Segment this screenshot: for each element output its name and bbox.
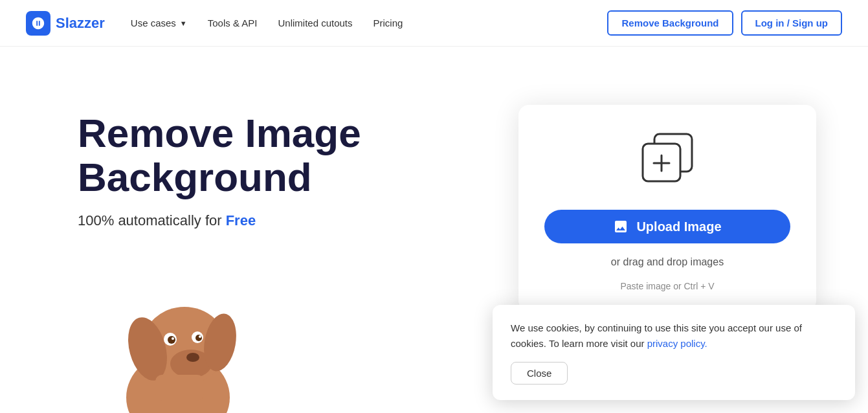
nav-links: Use cases ▼ Tools & API Unlimited cutout… xyxy=(131,17,403,28)
upload-image-button[interactable]: Upload Image xyxy=(544,210,790,243)
nav-unlimited-cutouts[interactable]: Unlimited cutouts xyxy=(278,17,352,28)
slazzer-icon xyxy=(31,16,45,30)
dog-illustration xyxy=(78,268,272,413)
nav-left: Slazzer Use cases ▼ Tools & API Unlimite… xyxy=(26,11,403,36)
cookie-banner: We use cookies, by continuing to use thi… xyxy=(493,305,855,400)
upload-icon-area xyxy=(635,131,700,192)
upload-files-icon xyxy=(635,131,700,189)
privacy-policy-cookie-link[interactable]: privacy policy. xyxy=(647,338,707,349)
svg-point-8 xyxy=(172,337,174,340)
image-icon xyxy=(613,219,629,234)
nav-use-cases[interactable]: Use cases ▼ xyxy=(131,17,187,28)
hero-subtitle: 100% automatically for Free xyxy=(78,212,361,229)
logo[interactable]: Slazzer xyxy=(26,11,105,36)
paste-text: Paste image or Ctrl + V xyxy=(620,281,714,291)
login-signup-button[interactable]: Log in / Sign up xyxy=(741,10,842,36)
cookie-close-button[interactable]: Close xyxy=(511,362,568,385)
cookie-message: We use cookies, by continuing to use thi… xyxy=(511,320,837,352)
nav-pricing[interactable]: Pricing xyxy=(373,17,403,28)
logo-icon xyxy=(26,11,50,36)
upload-card: Upload Image or drag and drop images Pas… xyxy=(518,105,816,311)
navbar: Slazzer Use cases ▼ Tools & API Unlimite… xyxy=(0,0,868,47)
hero-title: Remove Image Background xyxy=(78,111,361,199)
drag-drop-text: or drag and drop images xyxy=(611,256,724,268)
svg-rect-12 xyxy=(155,375,204,401)
svg-point-10 xyxy=(195,335,202,341)
remove-background-button[interactable]: Remove Background xyxy=(607,10,733,36)
nav-tools-api[interactable]: Tools & API xyxy=(208,17,258,28)
svg-point-7 xyxy=(168,336,175,344)
nav-right: Remove Background Log in / Sign up xyxy=(607,10,842,36)
svg-point-11 xyxy=(199,335,201,338)
svg-point-3 xyxy=(186,353,199,362)
chevron-down-icon: ▼ xyxy=(180,19,187,27)
hero-left: Remove Image Background 100% automatical… xyxy=(78,85,361,413)
brand-name: Slazzer xyxy=(56,15,105,32)
dog-image-area xyxy=(78,268,272,413)
